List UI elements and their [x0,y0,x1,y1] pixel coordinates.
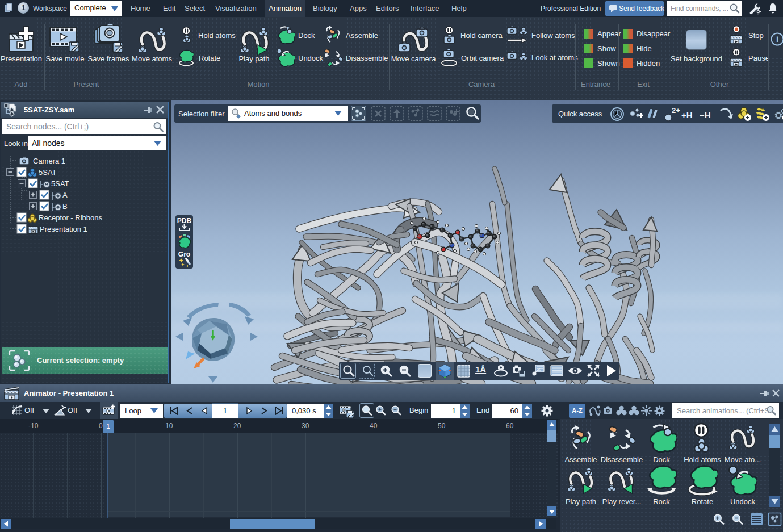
svg-text:Presentation 1: Presentation 1 [40,225,87,233]
svg-text:i: i [776,34,778,44]
svg-text:B: B [62,202,68,211]
svg-text:5SAT: 5SAT [51,179,69,188]
svg-text:2+: 2+ [672,106,680,115]
svg-text:Receptor - Ribbons: Receptor - Ribbons [39,213,102,222]
svg-text:A: A [62,191,68,199]
svg-text:Camera 1: Camera 1 [33,157,65,165]
svg-text:5SAT: 5SAT [39,168,57,177]
